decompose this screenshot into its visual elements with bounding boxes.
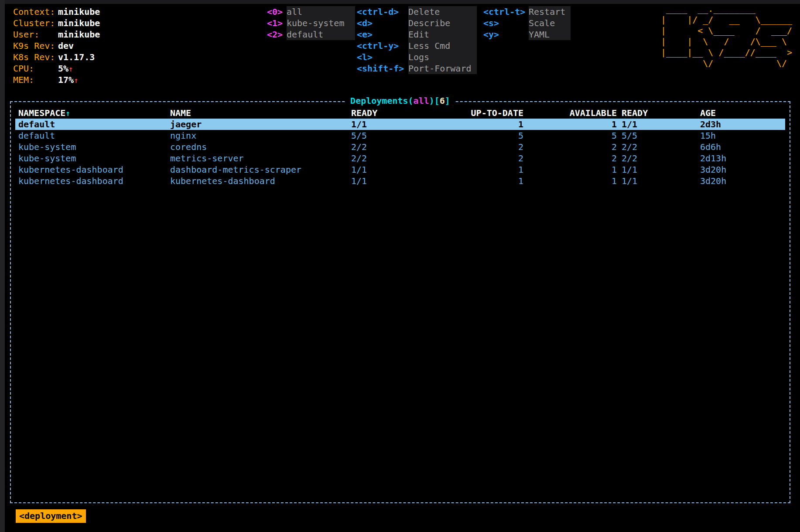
cell-available: 1	[523, 119, 617, 130]
panel-title: Deployments(all)[6]	[346, 95, 455, 106]
mem-up-arrow-icon: ↑	[74, 76, 78, 85]
cell-ready: 5/5	[351, 130, 462, 141]
cell-name: dashboard-metrics-scraper	[170, 164, 351, 175]
shortcut-label: Logs	[408, 51, 477, 63]
shortcut-key: <s>	[483, 17, 529, 29]
cell-age: 15h	[700, 130, 785, 141]
cell-ready2: 2/2	[617, 153, 700, 164]
panel-title-filter: all	[414, 95, 429, 106]
info-value: 17%	[58, 75, 74, 85]
cell-ready2: 1/1	[617, 175, 700, 187]
info-label: Context:	[13, 6, 58, 17]
info-label: Cluster:	[13, 17, 58, 29]
cell-ready2: 5/5	[617, 130, 700, 141]
cell-age: 6d6h	[700, 141, 785, 153]
column-header-age: AGE	[700, 107, 785, 119]
cell-namespace: kubernetes-dashboard	[15, 175, 170, 187]
logo-line: | < \____ / ___/	[661, 25, 792, 36]
shortcut-label: YAML	[529, 29, 571, 40]
column-header-label: NAMESPACE	[18, 108, 65, 118]
info-user: User:minikube	[13, 29, 100, 40]
shortcut-label: kube-system	[287, 17, 355, 29]
info-label: K8s Rev:	[13, 51, 58, 63]
column-header-name: NAME	[170, 107, 351, 119]
column-header-ready2: READY	[617, 107, 700, 119]
panel-title-punct: [	[434, 95, 440, 106]
panel-title-punct: ]	[445, 95, 450, 106]
shortcut-restart[interactable]: <ctrl-t>Restart	[483, 6, 571, 17]
cell-up-to-date: 1	[462, 175, 523, 187]
deployments-table: NAMESPACE↑ NAME READY UP-TO-DATE AVAILAB…	[15, 107, 785, 187]
k9s-ascii-logo: ____ __.________ | |/ _/ __ \______ | < …	[661, 3, 792, 69]
shortcut-describe[interactable]: <d>Describe	[357, 17, 477, 29]
table-row-jaeger[interactable]: default jaeger 1/1 1 1 1/1 2d3h	[15, 119, 785, 130]
shortcut-delete[interactable]: <ctrl-d>Delete	[357, 6, 477, 17]
info-value: minikube	[58, 18, 100, 28]
sort-ascending-icon: ↑	[65, 109, 70, 118]
cell-ready: 1/1	[351, 164, 462, 175]
shortcut-label: Port-Forward	[408, 63, 477, 74]
table-row-metrics-server[interactable]: kube-system metrics-server 2/2 2 2 2/2 2…	[15, 153, 785, 164]
cell-ready: 1/1	[351, 175, 462, 187]
cell-up-to-date: 5	[462, 130, 523, 141]
shortcut-label: Scale	[529, 17, 571, 29]
namespace-shortcut-menu: <0>all <1>kube-system <2>default	[267, 6, 355, 40]
info-cluster: Cluster:minikube	[13, 17, 100, 29]
action-shortcut-menu-2: <ctrl-t>Restart <s>Scale <y>YAML	[483, 6, 571, 40]
panel-title-count: 6	[440, 95, 445, 106]
deployments-panel: Deployments(all)[6] NAMESPACE↑ NAME READ…	[10, 101, 790, 503]
cell-available: 2	[523, 153, 617, 164]
info-label: K9s Rev:	[13, 40, 58, 51]
shortcut-logs[interactable]: <l>Logs	[357, 51, 477, 63]
cell-up-to-date: 1	[462, 119, 523, 130]
shortcut-port-forward[interactable]: <shift-f>Port-Forward	[357, 63, 477, 74]
info-value: dev	[58, 41, 74, 51]
cell-up-to-date: 1	[462, 164, 523, 175]
shortcut-edit[interactable]: <e>Edit	[357, 29, 477, 40]
cell-name: coredns	[170, 141, 351, 153]
column-header-ready: READY	[351, 107, 462, 119]
cell-age: 2d3h	[700, 119, 785, 130]
cell-namespace: kubernetes-dashboard	[15, 164, 170, 175]
info-label: CPU:	[13, 63, 58, 74]
info-k9s-rev: K9s Rev:dev	[13, 40, 100, 51]
cell-ready2: 1/1	[617, 164, 700, 175]
shortcut-label: Less Cmd	[408, 40, 477, 51]
shortcut-label: Describe	[408, 17, 477, 29]
cell-age: 3d20h	[700, 164, 785, 175]
window-chrome-left	[0, 0, 5, 532]
info-context: Context:minikube	[13, 6, 100, 17]
action-shortcut-menu-1: <ctrl-d>Delete <d>Describe <e>Edit <ctrl…	[357, 6, 477, 74]
namespace-shortcut-all[interactable]: <0>all	[267, 6, 355, 17]
cell-ready: 2/2	[351, 141, 462, 153]
breadcrumb-deployment[interactable]: <deployment>	[16, 509, 86, 523]
shortcut-label: all	[287, 6, 355, 17]
shortcut-less-cmd[interactable]: <ctrl-y>Less Cmd	[357, 40, 477, 51]
table-row-kubernetes-dashboard[interactable]: kubernetes-dashboard kubernetes-dashboar…	[15, 175, 785, 187]
cell-name: jaeger	[170, 119, 351, 130]
cell-namespace: kube-system	[15, 141, 170, 153]
panel-title-resource: Deployments	[350, 95, 408, 106]
info-label: MEM:	[13, 74, 58, 85]
cell-available: 1	[523, 175, 617, 187]
table-row-dashboard-metrics-scraper[interactable]: kubernetes-dashboard dashboard-metrics-s…	[15, 164, 785, 175]
info-value: minikube	[58, 7, 100, 17]
shortcut-scale[interactable]: <s>Scale	[483, 17, 571, 29]
panel-title-punct: )	[429, 95, 434, 106]
cell-available: 5	[523, 130, 617, 141]
cell-available: 2	[523, 141, 617, 153]
shortcut-key: <y>	[483, 29, 529, 40]
logo-line: \/ \/	[661, 58, 792, 69]
logo-line: |____|__ \ /____//____ >	[661, 47, 792, 58]
table-row-coredns[interactable]: kube-system coredns 2/2 2 2 2/2 6d6h	[15, 141, 785, 153]
column-header-available: AVAILABLE	[523, 107, 617, 119]
table-header-row: NAMESPACE↑ NAME READY UP-TO-DATE AVAILAB…	[15, 107, 785, 119]
table-row-nginx[interactable]: default nginx 5/5 5 5 5/5 15h	[15, 130, 785, 141]
cell-ready: 1/1	[351, 119, 462, 130]
shortcut-key: <e>	[357, 29, 408, 40]
logo-line: | |/ _/ __ \______	[661, 14, 792, 25]
namespace-shortcut-kube-system[interactable]: <1>kube-system	[267, 17, 355, 29]
cell-name: metrics-server	[170, 153, 351, 164]
shortcut-yaml[interactable]: <y>YAML	[483, 29, 571, 40]
namespace-shortcut-default[interactable]: <2>default	[267, 29, 355, 40]
